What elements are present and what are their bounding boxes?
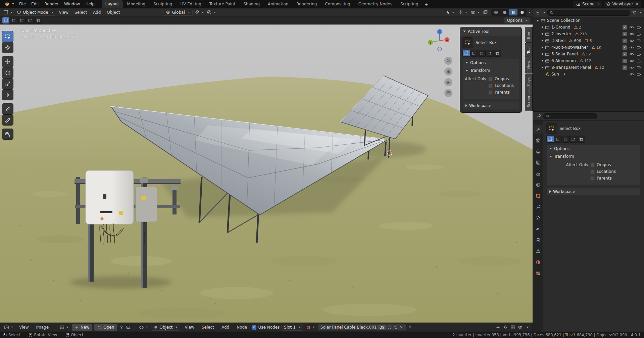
scene-render[interactable]: [0, 25, 533, 323]
select-mode-subtract-button[interactable]: [562, 136, 569, 142]
select-mode-invert-button[interactable]: [27, 17, 34, 23]
proportional-editing-button[interactable]: [205, 9, 217, 15]
select-mode-invert-button[interactable]: [486, 50, 493, 56]
outliner-row-inverter[interactable]: 2-Inverter 213 ✓: [533, 31, 644, 37]
outliner-row-solar-panel[interactable]: 5-Solar Panel 52 ✓: [533, 51, 644, 57]
options-section-header[interactable]: Options: [547, 145, 640, 152]
snap-grid-icon[interactable]: [510, 325, 515, 330]
tab-texture-properties[interactable]: [534, 269, 543, 278]
tab-data-properties[interactable]: [534, 247, 543, 255]
chevron-down-icon[interactable]: [527, 327, 529, 328]
hide-viewport-icon[interactable]: [629, 58, 634, 63]
scene-selector[interactable]: Scene ✕: [574, 1, 602, 7]
outliner-row-scene-collection[interactable]: Scene Collection: [533, 17, 644, 24]
shading-rendered-button[interactable]: [518, 9, 526, 15]
tab-output-properties[interactable]: [534, 147, 543, 156]
shading-wireframe-button[interactable]: [492, 9, 500, 15]
tab-modeling[interactable]: Modeling: [123, 0, 149, 8]
hide-viewport-icon[interactable]: [629, 72, 634, 77]
navigation-gizmo[interactable]: Z Y X: [426, 27, 454, 55]
slot-dropdown[interactable]: Slot 1: [282, 324, 303, 330]
sidebar-tab-view[interactable]: View: [525, 57, 532, 73]
tab-render-properties[interactable]: [534, 136, 543, 145]
mode-dropdown[interactable]: Object Mode: [14, 9, 56, 15]
toggle-ortho-button[interactable]: [444, 89, 452, 97]
tab-rendering[interactable]: Rendering: [293, 0, 320, 8]
axis-z-negative-ball[interactable]: [438, 47, 442, 51]
shading-material-button[interactable]: [509, 9, 517, 15]
outliner-editor-icon[interactable]: [535, 10, 540, 15]
outliner-search-input[interactable]: [555, 10, 628, 15]
exclude-checkbox[interactable]: ✓: [623, 25, 627, 30]
disable-render-icon[interactable]: [637, 52, 642, 57]
tab-compositing[interactable]: Compositing: [321, 0, 354, 8]
tool-transform[interactable]: [2, 90, 13, 100]
shading-solid-button[interactable]: [500, 9, 509, 15]
expand-arrow-icon[interactable]: [536, 20, 539, 21]
tool-select-box[interactable]: [2, 31, 13, 42]
disable-render-icon[interactable]: [637, 65, 642, 70]
menu-object[interactable]: Object: [104, 9, 122, 16]
tab-uv-editing[interactable]: UV Editing: [177, 0, 205, 8]
tab-viewlayer-properties[interactable]: [534, 158, 543, 167]
visibility-filter-button[interactable]: [444, 9, 456, 15]
menu-node-select[interactable]: Select: [199, 324, 217, 331]
active-tool-panel-header[interactable]: Active Tool: [460, 27, 522, 36]
fake-user-shield-icon[interactable]: [387, 325, 392, 330]
sidebar-tab-screencast-keys[interactable]: Screencast Keys: [525, 74, 532, 111]
exclude-checkbox[interactable]: ✓: [623, 52, 627, 56]
chevron-down-icon[interactable]: [543, 12, 545, 13]
select-mode-intersect-button[interactable]: [578, 136, 585, 142]
tab-layout[interactable]: Layout: [102, 0, 123, 8]
material-users-badge[interactable]: 39: [378, 325, 386, 330]
tab-geometry-nodes[interactable]: Geometry Nodes: [355, 0, 396, 8]
remove-viewlayer-icon[interactable]: ✕: [636, 2, 639, 6]
expand-arrow-icon[interactable]: [542, 53, 543, 55]
tab-particle-properties[interactable]: [534, 214, 543, 222]
shading-options-chevron-icon[interactable]: [529, 12, 531, 13]
disable-render-icon[interactable]: [637, 58, 642, 63]
expand-arrow-icon[interactable]: [542, 46, 543, 49]
hide-viewport-icon[interactable]: [629, 32, 634, 37]
hide-viewport-icon[interactable]: [629, 65, 634, 70]
menu-edit[interactable]: Edit: [29, 1, 42, 7]
workspace-section-header[interactable]: Workspace: [547, 188, 640, 195]
select-mode-set-button[interactable]: [463, 50, 470, 56]
chevron-down-icon[interactable]: [640, 12, 642, 13]
transform-orientation-dropdown[interactable]: Global: [163, 9, 192, 15]
properties-search[interactable]: [543, 113, 597, 119]
tab-physics-properties[interactable]: [534, 225, 543, 233]
menu-select[interactable]: Select: [72, 9, 90, 16]
overlays-icon[interactable]: [518, 325, 523, 330]
tab-material-properties[interactable]: [534, 258, 543, 267]
expand-arrow-icon[interactable]: [542, 39, 543, 42]
select-mode-intersect-button[interactable]: [494, 50, 501, 56]
menu-node-add[interactable]: Add: [219, 324, 232, 331]
open-image-button[interactable]: Open: [94, 324, 117, 331]
tab-shading[interactable]: Shading: [240, 0, 263, 8]
tab-tool-properties[interactable]: [534, 125, 543, 134]
shader-type-dropdown[interactable]: Object: [151, 324, 180, 330]
tab-texture-paint[interactable]: Texture Paint: [206, 0, 239, 8]
properties-search-input[interactable]: [551, 114, 594, 118]
snap-target-icon[interactable]: [496, 325, 500, 330]
expand-arrow-icon[interactable]: [542, 26, 543, 29]
add-workspace-button[interactable]: +: [422, 1, 430, 8]
options-section-header[interactable]: Options: [463, 59, 519, 66]
active-tool-button[interactable]: [547, 124, 557, 134]
tool-scale[interactable]: [2, 79, 13, 89]
select-mode-intersect-button[interactable]: [35, 17, 42, 23]
tool-measure[interactable]: [2, 115, 13, 125]
tool-rotate[interactable]: [2, 67, 13, 78]
overlays-toggle-button[interactable]: [469, 9, 481, 15]
image-editor-type-button[interactable]: [3, 324, 14, 331]
unlink-scene-icon[interactable]: ✕: [597, 2, 600, 6]
disable-render-icon[interactable]: [637, 45, 642, 50]
link-image-icon[interactable]: [126, 325, 131, 330]
locations-checkbox[interactable]: [590, 170, 595, 174]
menu-add[interactable]: Add: [90, 9, 103, 16]
zoom-button[interactable]: [444, 57, 452, 65]
exclude-checkbox[interactable]: ✓: [623, 65, 627, 70]
disable-render-icon[interactable]: [637, 32, 642, 37]
tab-scripting[interactable]: Scripting: [397, 0, 422, 8]
